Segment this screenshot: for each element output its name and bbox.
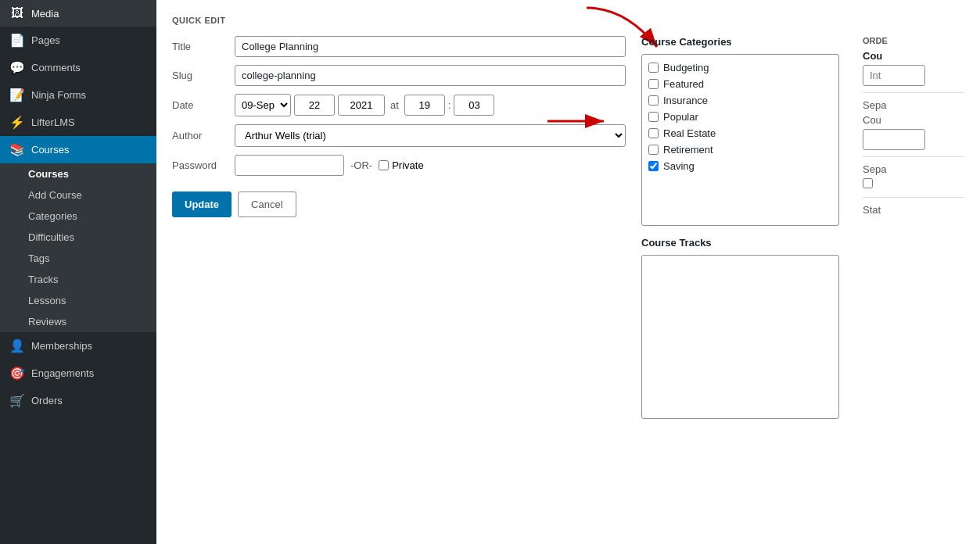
password-fields: -OR- Private	[235, 155, 424, 176]
category-item-popular[interactable]: Popular	[647, 109, 834, 125]
insurance-checkbox[interactable]	[648, 95, 659, 106]
sidebar-label-orders: Orders	[31, 395, 63, 406]
sidebar-sub-reviews[interactable]: Reviews	[0, 311, 156, 332]
sidebar-item-media[interactable]: 🖼 Media	[0, 0, 156, 27]
sidebar-sub-lessons[interactable]: Lessons	[0, 290, 156, 311]
memberships-icon: 👤	[9, 338, 25, 353]
popular-checkbox[interactable]	[648, 112, 659, 122]
real-estate-checkbox[interactable]	[648, 128, 659, 138]
sidebar-sub-add-course[interactable]: Add Course	[0, 184, 156, 206]
sidebar-sub-courses[interactable]: Courses	[0, 163, 156, 184]
sidebar-label-memberships: Memberships	[31, 340, 92, 352]
quick-edit-label: QUICK EDIT	[172, 16, 964, 25]
colon-separator: :	[448, 99, 451, 111]
action-buttons: Update Cancel	[172, 191, 626, 217]
private-checkbox[interactable]	[379, 160, 389, 170]
sidebar: 🖼 Media 📄 Pages 💬 Comments 📝 Ninja Forms…	[0, 0, 156, 544]
date-minute-input[interactable]	[454, 95, 494, 116]
featured-checkbox[interactable]	[648, 79, 659, 89]
sidebar-item-courses[interactable]: 📚 Courses	[0, 136, 156, 163]
sidebar-label-courses: Courses	[31, 144, 69, 156]
or-text: -OR-	[350, 159, 372, 171]
order-divider3	[863, 197, 964, 198]
category-item-budgeting[interactable]: Budgeting	[647, 59, 834, 76]
media-icon: 🖼	[9, 6, 25, 20]
sidebar-sub-difficulties[interactable]: Difficulties	[0, 227, 156, 248]
author-select[interactable]: Arthur Wells (trial)	[235, 124, 626, 147]
order-sepa: Sepa	[863, 99, 964, 111]
sidebar-item-comments[interactable]: 💬 Comments	[0, 54, 156, 81]
cancel-button[interactable]: Cancel	[238, 191, 296, 217]
category-item-featured[interactable]: Featured	[647, 76, 834, 92]
order-checkbox[interactable]	[863, 178, 873, 188]
sidebar-label-pages: Pages	[31, 34, 60, 46]
pages-icon: 📄	[9, 33, 25, 48]
private-label: Private	[392, 159, 423, 171]
order-label: Orde	[863, 36, 964, 45]
tracks-list[interactable]	[641, 255, 839, 419]
quick-edit-layout: Title Slug Date 09-Sep	[172, 36, 964, 419]
private-checkbox-label[interactable]: Private	[379, 159, 423, 171]
password-row: Password -OR- Private	[172, 155, 626, 176]
comments-icon: 💬	[9, 60, 25, 75]
category-item-retirement[interactable]: Retirement	[647, 141, 834, 158]
order-divider	[863, 92, 964, 93]
title-input[interactable]	[235, 36, 626, 57]
slug-label: Slug	[172, 70, 235, 81]
date-hour-input[interactable]	[404, 95, 445, 116]
slug-input[interactable]	[235, 65, 626, 86]
budgeting-label: Budgeting	[663, 62, 709, 73]
budgeting-checkbox[interactable]	[648, 63, 659, 73]
order-sep2: Sepa	[863, 163, 964, 175]
lifterlms-icon: ⚡	[9, 115, 25, 130]
date-year-input[interactable]	[338, 95, 385, 116]
sidebar-sub-tags[interactable]: Tags	[0, 248, 156, 269]
order-divider2	[863, 156, 964, 157]
date-month-select[interactable]: 09-Sep	[235, 94, 291, 116]
main-inner: QUICK EDIT Title Slug Date	[156, 0, 980, 544]
course-categories-section: Course Categories Budgeting Featured Ins…	[641, 36, 839, 419]
sidebar-item-memberships[interactable]: 👤 Memberships	[0, 332, 156, 360]
author-row: Author Arthur Wells (trial)	[172, 124, 626, 147]
sidebar-sub-categories[interactable]: Categories	[0, 206, 156, 227]
sidebar-label-engagements: Engagements	[31, 367, 94, 379]
sidebar-item-engagements[interactable]: 🎯 Engagements	[0, 360, 156, 387]
courses-icon: 📚	[9, 142, 25, 157]
quick-edit-form: Title Slug Date 09-Sep	[172, 36, 626, 419]
password-input[interactable]	[235, 155, 344, 176]
featured-label: Featured	[663, 78, 704, 90]
retirement-label: Retirement	[663, 144, 713, 156]
tracks-title: Course Tracks	[641, 237, 839, 249]
ninja-forms-icon: 📝	[9, 88, 25, 102]
sidebar-label-comments: Comments	[31, 62, 81, 73]
order-cou2: Cou	[863, 114, 964, 126]
category-item-saving[interactable]: Saving	[647, 158, 834, 174]
sidebar-label-lifterlms: LifterLMS	[31, 116, 75, 128]
order-cou-input[interactable]	[863, 129, 925, 150]
password-label: Password	[172, 159, 235, 171]
order-section-cou: Cou	[863, 50, 964, 62]
insurance-label: Insurance	[663, 95, 708, 106]
update-button[interactable]: Update	[172, 191, 232, 217]
date-label: Date	[172, 99, 235, 111]
order-int-input[interactable]	[863, 65, 925, 86]
sidebar-item-orders[interactable]: 🛒 Orders	[0, 387, 156, 414]
sidebar-item-lifterlms[interactable]: ⚡ LifterLMS	[0, 109, 156, 136]
slug-row: Slug	[172, 65, 626, 86]
sidebar-item-pages[interactable]: 📄 Pages	[0, 27, 156, 54]
saving-checkbox[interactable]	[648, 161, 659, 171]
main-content: QUICK EDIT Title Slug Date	[156, 0, 980, 544]
sidebar-sub-tracks[interactable]: Tracks	[0, 269, 156, 290]
category-item-real-estate[interactable]: Real Estate	[647, 125, 834, 141]
sidebar-item-ninja-forms[interactable]: 📝 Ninja Forms	[0, 81, 156, 109]
retirement-checkbox[interactable]	[648, 145, 659, 155]
categories-list[interactable]: Budgeting Featured Insurance Popular	[641, 54, 839, 226]
engagements-icon: 🎯	[9, 366, 25, 381]
date-fields: 09-Sep at :	[235, 94, 494, 116]
orders-icon: 🛒	[9, 393, 25, 408]
real-estate-label: Real Estate	[663, 127, 716, 139]
category-item-insurance[interactable]: Insurance	[647, 92, 834, 109]
date-row: Date 09-Sep at :	[172, 94, 626, 116]
date-day-input[interactable]	[294, 95, 335, 116]
sidebar-label-media: Media	[31, 8, 59, 20]
